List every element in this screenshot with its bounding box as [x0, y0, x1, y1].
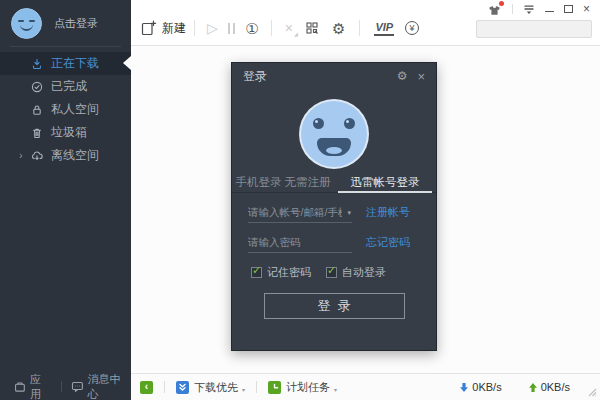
login-prompt-label[interactable]: 点击登录 — [54, 16, 98, 31]
login-tabs: 手机登录 无需注册 迅雷帐号登录 — [232, 171, 436, 193]
expand-arrow-icon[interactable]: › — [19, 150, 23, 161]
download-priority-button[interactable]: 下载优先 ▾ — [176, 380, 245, 395]
window-controls: × — [488, 3, 590, 15]
avatar-eye — [313, 118, 324, 129]
remember-checkbox[interactable]: ✓ — [251, 267, 262, 278]
sidebar-item-label: 私人空间 — [51, 101, 99, 118]
account-field-wrap: ▾ — [248, 201, 352, 223]
scheduled-tasks-button[interactable]: 计划任务 ▾ — [268, 380, 337, 395]
account-input[interactable] — [248, 201, 352, 222]
start-button[interactable]: ▷ — [207, 21, 218, 35]
download-speed: 0KB/s — [459, 381, 501, 393]
download-icon — [31, 58, 43, 70]
apps-icon — [14, 381, 26, 393]
sidebar-item-label: 垃圾箱 — [51, 124, 87, 141]
caret-down-icon: ▾ — [334, 386, 337, 393]
delete-task-button[interactable]: × ◢ — [285, 19, 293, 37]
message-center-button[interactable]: 消息中心 — [71, 372, 131, 400]
check-circle-icon — [31, 81, 43, 93]
remember-label: 记住密码 — [267, 265, 311, 280]
notification-dot — [499, 1, 504, 6]
lock-icon — [31, 104, 43, 116]
vip-button[interactable]: VIP — [374, 21, 394, 36]
resize-grip[interactable] — [588, 388, 597, 397]
cloud-download-icon — [31, 150, 43, 162]
speed-indicators: 0KB/s 0KB/s — [459, 381, 570, 393]
bt-task-grid-icon[interactable] — [305, 21, 319, 35]
auto-login-checkbox[interactable]: ✓ — [326, 267, 337, 278]
search-input[interactable] — [477, 21, 600, 37]
close-button[interactable]: × — [583, 3, 590, 15]
message-center-label: 消息中心 — [87, 372, 131, 400]
maximize-button[interactable] — [564, 5, 573, 13]
upload-speed: 0KB/s — [528, 381, 570, 393]
sidebar-item-label: 离线空间 — [51, 147, 99, 164]
apps-button[interactable]: 应用 — [14, 372, 52, 400]
forgot-password-link[interactable]: 忘记密码 — [366, 235, 410, 253]
search-box[interactable] — [476, 20, 592, 38]
separator — [164, 381, 165, 393]
password-input[interactable] — [248, 231, 352, 252]
sidebar-item-private-space[interactable]: 私人空间 — [0, 98, 131, 121]
avatar-tongue — [326, 147, 342, 154]
new-task-button[interactable]: 新建 — [140, 20, 186, 37]
register-link[interactable]: 注册帐号 — [366, 205, 410, 223]
toolbar: × 新建 ▷ ① × ◢ ⚙ VIP ¥ — [131, 0, 600, 46]
avatar-mouth — [317, 138, 351, 156]
app-window: 点击登录 正在下载 已完成 私人空间 垃圾箱 › 离线空间 — [0, 0, 600, 400]
minimize-button[interactable] — [545, 11, 554, 12]
caret-down-icon: ▾ — [242, 386, 245, 393]
skin-theme-button[interactable] — [488, 3, 502, 15]
sidebar-item-trash[interactable]: 垃圾箱 — [0, 121, 131, 144]
speedup-button[interactable]: ① — [245, 21, 258, 36]
sidebar: 点击登录 正在下载 已完成 私人空间 垃圾箱 › 离线空间 — [0, 0, 131, 400]
avatar-eye — [18, 20, 24, 23]
sidebar-item-offline-space[interactable]: › 离线空间 — [0, 144, 131, 167]
recharge-coin-icon[interactable]: ¥ — [405, 21, 419, 35]
delete-icon: × — [285, 20, 293, 36]
new-file-icon — [140, 20, 157, 37]
pause-button[interactable] — [228, 23, 236, 34]
profile-login-area[interactable]: 点击登录 — [0, 0, 131, 46]
check-icon: ✓ — [327, 265, 336, 276]
checkbox-row: ✓ 记住密码 ✓ 自动登录 — [248, 265, 420, 280]
dialog-avatar — [299, 99, 369, 169]
upload-speed-value: 0KB/s — [541, 381, 570, 393]
tasks-label: 计划任务 — [286, 380, 330, 395]
account-dropdown-icon[interactable]: ▾ — [347, 209, 351, 217]
remember-password-option[interactable]: ✓ 记住密码 — [251, 265, 311, 280]
settings-gear-icon[interactable]: ⚙ — [332, 21, 345, 36]
dialog-title: 登录 — [243, 68, 267, 85]
status-bar: ‹ 下载优先 ▾ 计划任务 ▾ 0KB/s — [131, 373, 600, 400]
dialog-close-icon[interactable]: × — [417, 70, 425, 83]
separator — [194, 20, 195, 36]
auto-login-option[interactable]: ✓ 自动登录 — [326, 265, 386, 280]
down-arrow-icon — [459, 382, 469, 393]
new-task-label: 新建 — [162, 20, 186, 37]
sidebar-item-completed[interactable]: 已完成 — [0, 75, 131, 98]
dialog-settings-gear-icon[interactable]: ⚙ — [397, 70, 408, 82]
trash-icon — [31, 127, 43, 139]
separator — [359, 20, 360, 36]
up-arrow-icon — [528, 382, 538, 393]
apps-label: 应用 — [30, 372, 52, 400]
dialog-header: 登录 ⚙ × — [232, 63, 436, 87]
sidebar-item-downloading[interactable]: 正在下载 — [0, 52, 131, 75]
selected-item-notch — [123, 56, 131, 70]
password-field-wrap — [248, 231, 352, 253]
download-speed-value: 0KB/s — [472, 381, 501, 393]
separator — [512, 4, 513, 14]
collapse-sidebar-button[interactable]: ‹ — [140, 381, 153, 394]
dropdown-corner-icon: ◢ — [294, 31, 298, 37]
separator — [61, 381, 62, 392]
check-icon: ✓ — [252, 265, 261, 276]
avatar-eye — [344, 118, 355, 129]
login-button[interactable]: 登 录 — [264, 293, 405, 319]
avatar[interactable] — [11, 8, 42, 39]
main-menu-icon[interactable] — [523, 4, 535, 15]
separator — [271, 20, 272, 36]
tab-phone-login[interactable]: 手机登录 无需注册 — [232, 171, 334, 192]
shirt-icon — [488, 5, 501, 17]
tab-account-login[interactable]: 迅雷帐号登录 — [334, 171, 436, 192]
avatar-mouth — [20, 24, 33, 31]
